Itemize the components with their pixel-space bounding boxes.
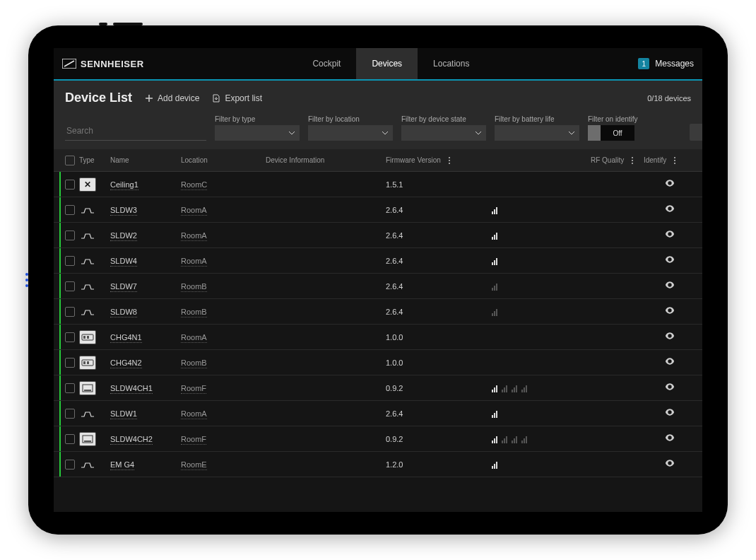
row-checkbox[interactable] xyxy=(65,434,75,444)
device-name-link[interactable]: CHG4N1 xyxy=(110,333,142,343)
table-row: SLDW4 RoomA 2.6.4 xyxy=(54,248,702,274)
filter-identify-toggle[interactable]: Off xyxy=(588,125,673,141)
filter-location-label: Filter by location xyxy=(308,115,393,123)
brand-logo: SENNHEISER xyxy=(62,59,144,69)
table-row: ✕ Ceiling1 RoomC 1.5.1 xyxy=(54,172,702,197)
svg-rect-20 xyxy=(84,441,91,442)
signal-bars-icon xyxy=(512,435,517,443)
kebab-icon xyxy=(449,157,450,164)
filter-battery-select[interactable] xyxy=(495,125,579,141)
device-name-link[interactable]: SLDW7 xyxy=(110,282,137,292)
filter-type-select[interactable] xyxy=(215,125,300,141)
device-type-mic-icon xyxy=(79,203,96,217)
row-checkbox[interactable] xyxy=(65,358,75,368)
row-checkbox[interactable] xyxy=(65,383,75,393)
col-type[interactable]: Type xyxy=(79,156,110,164)
svg-point-21 xyxy=(669,437,671,439)
add-device-button[interactable]: Add device xyxy=(145,93,199,103)
show-all-button[interactable]: Show all xyxy=(690,124,702,141)
search-input[interactable] xyxy=(65,122,206,141)
row-checkbox[interactable] xyxy=(65,256,75,266)
device-type-mic-icon xyxy=(79,407,96,421)
device-location-link[interactable]: RoomF xyxy=(181,435,206,445)
device-name-link[interactable]: SLDW8 xyxy=(110,308,137,317)
row-checkbox[interactable] xyxy=(65,409,75,419)
device-name-link[interactable]: SLDW4 xyxy=(110,257,137,267)
signal-bars-icon xyxy=(492,435,497,443)
row-checkbox[interactable] xyxy=(65,332,75,342)
identify-button[interactable] xyxy=(633,228,675,242)
identify-button[interactable] xyxy=(633,407,675,420)
device-location-link[interactable]: RoomA xyxy=(181,206,207,216)
device-type-receiver-icon xyxy=(79,381,96,395)
device-location-link[interactable]: RoomB xyxy=(181,308,207,317)
device-location-link[interactable]: RoomB xyxy=(181,282,207,292)
device-location-link[interactable]: RoomA xyxy=(181,257,207,267)
svg-rect-9 xyxy=(87,336,89,339)
device-name-link[interactable]: EM G4 xyxy=(110,460,134,470)
identify-button[interactable] xyxy=(633,254,675,267)
signal-bars-icon xyxy=(521,435,527,443)
col-location[interactable]: Location xyxy=(181,156,266,164)
col-info[interactable]: Device Information xyxy=(266,156,386,164)
identify-button[interactable] xyxy=(633,381,675,395)
device-type-charger-icon xyxy=(79,356,96,370)
device-name-link[interactable]: CHG4N2 xyxy=(110,358,142,368)
device-type-mic-icon xyxy=(79,305,96,319)
device-type-charger-icon xyxy=(79,330,96,344)
identify-button[interactable] xyxy=(633,203,675,216)
device-location-link[interactable]: RoomA xyxy=(181,333,207,343)
identify-button[interactable] xyxy=(633,177,675,191)
export-list-button[interactable]: Export list xyxy=(212,93,262,103)
col-name[interactable]: Name xyxy=(110,156,181,164)
device-name-link[interactable]: SLDW2 xyxy=(110,231,137,241)
device-location-link[interactable]: RoomE xyxy=(181,460,207,470)
device-name-link[interactable]: Ceiling1 xyxy=(110,180,138,190)
device-type-mic-icon xyxy=(79,457,96,472)
row-checkbox[interactable] xyxy=(65,205,75,215)
tab-locations[interactable]: Locations xyxy=(418,48,485,79)
svg-point-22 xyxy=(669,462,671,465)
device-location-link[interactable]: RoomA xyxy=(181,409,207,419)
device-location-link[interactable]: RoomF xyxy=(181,384,206,394)
tab-devices[interactable]: Devices xyxy=(356,48,418,79)
col-firmware[interactable]: Firmware Version xyxy=(386,156,492,164)
col-rf[interactable]: RF Quality xyxy=(492,156,633,164)
identify-button[interactable] xyxy=(633,330,675,344)
identify-button[interactable] xyxy=(633,457,675,471)
device-location-link[interactable]: RoomA xyxy=(181,231,207,241)
signal-bars-icon xyxy=(492,231,497,240)
identify-button[interactable] xyxy=(633,305,675,318)
firmware-cell: 2.6.4 xyxy=(386,257,492,265)
tab-cockpit[interactable]: Cockpit xyxy=(297,48,356,79)
toggle-off-label: Off xyxy=(601,125,634,141)
messages-button[interactable]: 1 Messages xyxy=(638,58,694,69)
filter-location-select[interactable] xyxy=(308,125,393,141)
row-checkbox[interactable] xyxy=(65,180,75,189)
device-location-link[interactable]: RoomC xyxy=(181,180,207,190)
select-all-checkbox[interactable] xyxy=(65,156,75,165)
col-identify[interactable]: Identify xyxy=(633,156,675,164)
device-name-link[interactable]: SLDW4CH1 xyxy=(110,384,153,394)
row-checkbox[interactable] xyxy=(65,460,75,469)
table-row: SLDW4CH2 RoomF 0.9.2 xyxy=(54,426,702,452)
filter-state-select[interactable] xyxy=(401,125,486,141)
chevron-down-icon xyxy=(288,129,295,136)
rf-cell xyxy=(492,384,633,392)
table-row: CHG4N1 RoomA 1.0.0 xyxy=(54,325,702,350)
signal-bars-icon xyxy=(492,257,497,265)
identify-button[interactable] xyxy=(633,279,675,293)
identify-button[interactable] xyxy=(633,432,675,445)
device-type-mic-icon xyxy=(79,279,96,293)
row-checkbox[interactable] xyxy=(65,281,75,291)
identify-button[interactable] xyxy=(633,356,675,369)
device-name-link[interactable]: SLDW4CH2 xyxy=(110,435,153,445)
device-location-link[interactable]: RoomB xyxy=(181,358,207,368)
rf-cell xyxy=(492,460,633,469)
signal-bars-icon xyxy=(502,435,507,443)
device-name-link[interactable]: SLDW1 xyxy=(110,409,137,419)
row-checkbox[interactable] xyxy=(65,307,75,317)
row-checkbox[interactable] xyxy=(65,231,75,240)
device-name-link[interactable]: SLDW3 xyxy=(110,206,137,216)
chevron-down-icon xyxy=(382,129,389,136)
